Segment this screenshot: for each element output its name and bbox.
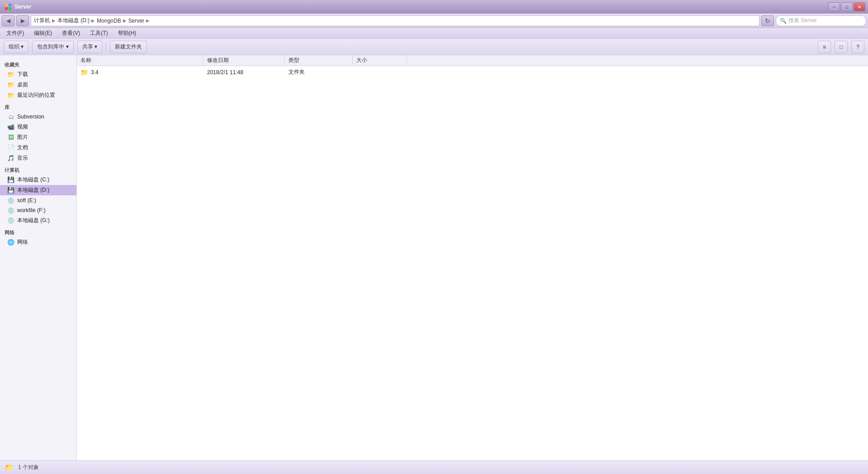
video-icon: 📹	[7, 123, 14, 131]
favorites-header: 收藏夹	[0, 58, 76, 69]
include-library-button[interactable]: 包含到库中 ▾	[32, 41, 73, 53]
help-button[interactable]: ?	[851, 41, 864, 53]
menu-tools[interactable]: 工具(T)	[85, 28, 112, 38]
sidebar-item-drive-f[interactable]: 💿 workfile (F:)	[0, 205, 76, 215]
breadcrumb-sep-1: ▶	[52, 18, 56, 23]
sidebar-item-network[interactable]: 🌐 网络	[0, 237, 76, 247]
toolbar: 组织 ▾ 包含到库中 ▾ 共享 ▾ 新建文件夹 ≡ □ ?	[0, 39, 868, 55]
maximize-button[interactable]: □	[841, 2, 853, 11]
sidebar-item-video[interactable]: 📹 视频	[0, 122, 76, 132]
sidebar: 收藏夹 📁 下载 📁 桌面 📁 最近访问的位置 库 🗂 Subversion 📹…	[0, 55, 77, 460]
music-icon: 🎵	[7, 155, 14, 162]
sidebar-item-label: 本地磁盘 (C:)	[17, 176, 49, 184]
svg-rect-0	[5, 4, 8, 6]
include-label: 包含到库中 ▾	[37, 43, 68, 51]
new-folder-label: 新建文件夹	[115, 43, 142, 51]
file-date: 2018/2/1 11:48	[207, 69, 243, 76]
title-bar: Server ─ □ ✕	[0, 0, 868, 14]
disk-icon: 💾	[7, 176, 14, 184]
sidebar-item-label: 视频	[17, 123, 28, 131]
breadcrumb-computer[interactable]: 计算机	[34, 17, 50, 24]
address-breadcrumb[interactable]: 计算机 ▶ 本地磁盘 (D:) ▶ MongoDB ▶ Server ▶	[31, 15, 760, 26]
sidebar-item-drive-d[interactable]: 💾 本地磁盘 (D:)	[0, 185, 76, 195]
network-icon: 🌐	[7, 239, 14, 246]
sidebar-item-label: 本地磁盘 (G:)	[17, 217, 50, 224]
docs-icon: 📄	[7, 144, 14, 152]
disk-icon: 💿	[7, 217, 14, 224]
minimize-button[interactable]: ─	[828, 2, 840, 11]
breadcrumb-sep-3: ▶	[123, 18, 127, 23]
libraries-header: 库	[0, 100, 76, 112]
search-icon: 🔍	[780, 18, 787, 24]
sidebar-item-drive-c[interactable]: 💾 本地磁盘 (C:)	[0, 175, 76, 185]
svg-rect-2	[5, 7, 8, 10]
breadcrumb-disk[interactable]: 本地磁盘 (D:)	[57, 17, 90, 24]
help-icon: ?	[856, 44, 859, 50]
svg-rect-1	[9, 4, 11, 6]
file-name: 3.4	[91, 69, 99, 76]
preview-pane-button[interactable]: □	[835, 41, 848, 53]
column-date-header[interactable]: 修改日期	[203, 55, 285, 66]
sidebar-item-downloads[interactable]: 📁 下载	[0, 69, 76, 80]
status-bar: 📁 1 个对象	[0, 460, 868, 474]
file-date-cell: 2018/2/1 11:48	[203, 66, 285, 78]
folder-icon: 📁	[7, 81, 14, 89]
svg-rect-3	[9, 7, 11, 10]
breadcrumb-mongodb[interactable]: MongoDB	[97, 18, 121, 24]
breadcrumb-sep-4: ▶	[146, 18, 150, 23]
sidebar-item-label: 图片	[17, 133, 28, 141]
menu-help[interactable]: 帮助(H)	[113, 28, 141, 38]
refresh-button[interactable]: ↻	[761, 15, 774, 26]
menu-edit[interactable]: 编辑(E)	[29, 28, 57, 38]
image-icon: 🖼	[7, 134, 14, 141]
new-folder-button[interactable]: 新建文件夹	[110, 41, 147, 53]
window-title: Server	[14, 4, 31, 10]
status-count: 1 个对象	[18, 464, 39, 471]
sidebar-item-label: 下载	[17, 71, 28, 78]
table-row[interactable]: 📁 3.4 2018/2/1 11:48 文件夹	[77, 66, 868, 79]
share-label: 共享 ▾	[82, 43, 97, 51]
preview-icon: □	[840, 44, 843, 50]
sidebar-item-label: workfile (F:)	[17, 207, 46, 213]
sidebar-item-docs[interactable]: 📄 文档	[0, 142, 76, 153]
column-name-header[interactable]: 名称	[77, 55, 203, 66]
breadcrumb-server[interactable]: Server	[128, 18, 144, 24]
menu-view[interactable]: 查看(V)	[57, 28, 85, 38]
disk-icon: 💿	[7, 197, 14, 204]
search-placeholder: 搜索 Server	[788, 17, 817, 24]
sidebar-item-drive-g[interactable]: 💿 本地磁盘 (G:)	[0, 215, 76, 226]
search-box[interactable]: 🔍 搜索 Server	[776, 15, 866, 26]
organize-button[interactable]: 组织 ▾	[4, 41, 28, 53]
organize-label: 组织 ▾	[9, 43, 24, 51]
menu-file[interactable]: 文件(F)	[2, 28, 28, 38]
view-icon: ≡	[823, 44, 826, 50]
sidebar-item-recent[interactable]: 📁 最近访问的位置	[0, 90, 76, 100]
sidebar-item-drive-e[interactable]: 💿 soft (E:)	[0, 195, 76, 205]
column-type-header[interactable]: 类型	[285, 55, 353, 66]
forward-button[interactable]: ▶	[16, 15, 29, 26]
back-button[interactable]: ◀	[2, 15, 14, 26]
sidebar-item-label: soft (E:)	[17, 197, 36, 204]
sidebar-item-subversion[interactable]: 🗂 Subversion	[0, 112, 76, 122]
sidebar-item-label: 桌面	[17, 81, 28, 89]
file-type: 文件夹	[288, 68, 305, 76]
sidebar-item-music[interactable]: 🎵 音乐	[0, 153, 76, 163]
sidebar-item-desktop[interactable]: 📁 桌面	[0, 80, 76, 90]
title-bar-controls: ─ □ ✕	[828, 2, 865, 11]
sidebar-item-images[interactable]: 🖼 图片	[0, 132, 76, 142]
address-bar: ◀ ▶ 计算机 ▶ 本地磁盘 (D:) ▶ MongoDB ▶ Server ▶…	[0, 14, 868, 28]
library-icon: 🗂	[7, 113, 14, 120]
sidebar-item-label: 文档	[17, 144, 28, 152]
recent-icon: 📁	[7, 92, 14, 99]
sidebar-item-label: 音乐	[17, 154, 28, 162]
file-list: 📁 3.4 2018/2/1 11:48 文件夹	[77, 66, 868, 460]
breadcrumb-sep-2: ▶	[91, 18, 95, 23]
column-header: 名称 修改日期 类型 大小	[77, 55, 868, 66]
file-type-cell: 文件夹	[285, 66, 353, 78]
sidebar-item-label: 最近访问的位置	[17, 91, 55, 99]
share-button[interactable]: 共享 ▾	[77, 41, 102, 53]
view-toggle-button[interactable]: ≡	[818, 41, 831, 53]
close-button[interactable]: ✕	[854, 2, 865, 11]
column-size-header[interactable]: 大小	[353, 55, 407, 66]
menu-bar: 文件(F) 编辑(E) 查看(V) 工具(T) 帮助(H)	[0, 28, 868, 39]
